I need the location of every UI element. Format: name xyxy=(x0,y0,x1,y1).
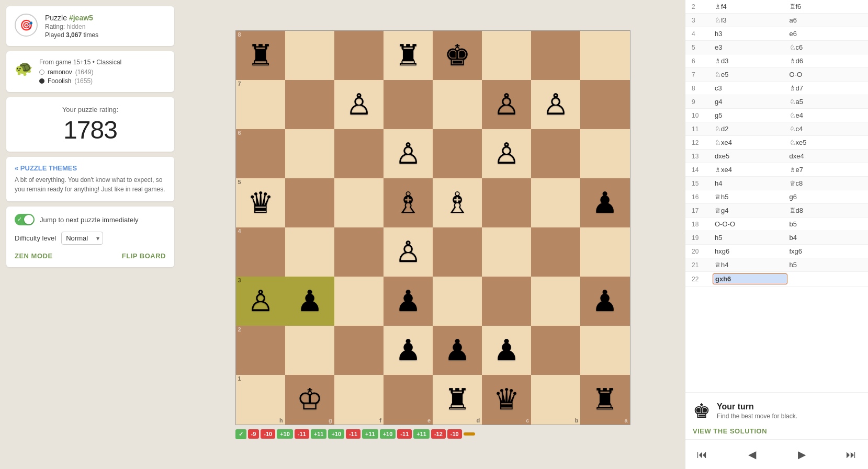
cell-b3[interactable] xyxy=(531,277,580,326)
cell-g6[interactable] xyxy=(285,129,334,178)
cell-e8[interactable]: ♜ xyxy=(384,31,433,80)
cell-c5[interactable] xyxy=(482,178,531,227)
puzzle-id-link[interactable]: #jeaw5 xyxy=(69,14,93,22)
white-move[interactable]: O-O-O xyxy=(713,219,787,229)
cell-g2[interactable] xyxy=(285,326,334,375)
cell-g7[interactable] xyxy=(285,80,334,129)
black-move[interactable]: ♖d8 xyxy=(787,205,862,215)
cell-e6[interactable]: ♙ xyxy=(384,129,433,178)
cell-d4[interactable] xyxy=(433,227,482,277)
cell-a3[interactable]: ♟ xyxy=(580,277,629,326)
black-move[interactable]: fxg6 xyxy=(787,246,862,256)
cell-e2[interactable]: ♟ xyxy=(384,326,433,375)
cell-f7[interactable]: ♙ xyxy=(334,80,384,129)
view-solution-link[interactable]: VIEW THE SOLUTION xyxy=(693,427,861,435)
difficulty-select[interactable]: Easiest Easier Normal Harder Hardest xyxy=(61,232,103,245)
cell-a5[interactable]: ♟ xyxy=(580,178,629,227)
cell-b1[interactable]: b xyxy=(531,375,580,424)
cell-e7[interactable] xyxy=(384,80,433,129)
white-move[interactable]: ♕h4 xyxy=(713,260,787,270)
black-move[interactable]: ♘e4 xyxy=(787,110,862,120)
white-move[interactable]: ♗d3 xyxy=(713,56,787,66)
cell-d7[interactable] xyxy=(433,80,482,129)
cell-e4[interactable]: ♙ xyxy=(384,227,433,277)
white-move[interactable]: dxe5 xyxy=(713,151,787,161)
move-badge-item[interactable]: -10 xyxy=(261,429,275,439)
black-move[interactable]: a6 xyxy=(787,15,862,25)
cell-d5[interactable]: ♗ xyxy=(433,178,482,227)
black-move[interactable]: ♗d7 xyxy=(787,83,862,93)
white-move[interactable]: ♗xe4 xyxy=(713,165,787,175)
white-move[interactable]: ♘xe4 xyxy=(713,138,787,147)
white-move[interactable]: ♘e5 xyxy=(713,70,787,79)
auto-next-toggle[interactable]: ✓ xyxy=(15,214,35,225)
cell-a4[interactable] xyxy=(580,227,629,277)
cell-b5[interactable] xyxy=(531,178,580,227)
cell-f6[interactable] xyxy=(334,129,384,178)
chess-board[interactable]: 8♜♜♚7♙♙♙6♙♙5♛♗♗♟4♙3♙♟♟♟2♟♟♟1hg♔fed♜c♛ba♜ xyxy=(235,30,630,425)
cell-a6[interactable] xyxy=(580,129,629,178)
black-move[interactable]: ♘a5 xyxy=(787,97,862,107)
white-move[interactable]: c3 xyxy=(713,83,787,93)
cell-e3[interactable]: ♟ xyxy=(384,277,433,326)
cell-h2[interactable]: 2 xyxy=(236,326,285,375)
flip-board-button[interactable]: FLIP BOARD xyxy=(122,252,166,260)
black-move[interactable]: dxe4 xyxy=(787,151,862,161)
move-badge-item[interactable]: -11 xyxy=(397,429,412,439)
cell-d8[interactable]: ♚ xyxy=(433,31,482,80)
cell-d2[interactable]: ♟ xyxy=(433,326,482,375)
move-badge-item[interactable]: +10 xyxy=(277,429,293,439)
black-move[interactable]: ♖f6 xyxy=(787,2,862,12)
cell-g4[interactable] xyxy=(285,227,334,277)
move-badge-item[interactable] xyxy=(464,432,475,436)
cell-d3[interactable] xyxy=(433,277,482,326)
black-move[interactable] xyxy=(787,278,862,280)
move-badge-item[interactable]: +11 xyxy=(311,429,327,439)
cell-h3[interactable]: 3♙ xyxy=(236,277,285,326)
cell-f3[interactable] xyxy=(334,277,384,326)
black-move[interactable]: ♗e7 xyxy=(787,165,862,175)
cell-a1[interactable]: a♜ xyxy=(580,375,629,424)
cell-c6[interactable]: ♙ xyxy=(482,129,531,178)
cell-c4[interactable] xyxy=(482,227,531,277)
white-move[interactable]: hxg6 xyxy=(713,246,787,256)
white-move[interactable]: h5 xyxy=(713,233,787,243)
move-badge-item[interactable]: +11 xyxy=(362,429,378,439)
cell-d6[interactable] xyxy=(433,129,482,178)
cell-a7[interactable] xyxy=(580,80,629,129)
move-badge-item[interactable]: +11 xyxy=(413,429,430,439)
white-move[interactable]: ♘d2 xyxy=(713,124,787,134)
cell-h5[interactable]: 5♛ xyxy=(236,178,285,227)
cell-g1[interactable]: g♔ xyxy=(285,375,334,424)
cell-f2[interactable] xyxy=(334,326,384,375)
cell-g8[interactable] xyxy=(285,31,334,80)
cell-f5[interactable] xyxy=(334,178,384,227)
zen-mode-button[interactable]: ZEN MODE xyxy=(15,252,53,260)
move-badge-item[interactable]: -11 xyxy=(346,429,360,439)
cell-h8[interactable]: 8♜ xyxy=(236,31,285,80)
nav-last-button[interactable]: ⏭ xyxy=(842,445,861,464)
white-move[interactable]: e3 xyxy=(713,42,787,52)
cell-b6[interactable] xyxy=(531,129,580,178)
move-badge-item[interactable]: -9 xyxy=(248,429,260,439)
cell-d1[interactable]: d♜ xyxy=(433,375,482,424)
black-move[interactable]: b4 xyxy=(787,233,862,243)
black-move[interactable]: ♕c8 xyxy=(787,178,862,188)
cell-h6[interactable]: 6 xyxy=(236,129,285,178)
cell-g3[interactable]: ♟ xyxy=(285,277,334,326)
cell-c2[interactable]: ♟ xyxy=(482,326,531,375)
black-move[interactable]: ♗d6 xyxy=(787,56,862,66)
white-move[interactable]: ♘f3 xyxy=(713,15,787,25)
black-move[interactable]: ♘c6 xyxy=(787,42,862,52)
cell-f1[interactable]: f xyxy=(334,375,384,424)
cell-h7[interactable]: 7 xyxy=(236,80,285,129)
nav-first-button[interactable]: ⏮ xyxy=(693,445,712,464)
cell-g5[interactable] xyxy=(285,178,334,227)
white-move[interactable]: h3 xyxy=(713,29,787,39)
move-badge-item[interactable]: +10 xyxy=(328,429,344,439)
white-move[interactable]: ♗f4 xyxy=(713,2,787,12)
black-move[interactable]: g6 xyxy=(787,192,862,202)
white-move[interactable]: g4 xyxy=(713,97,787,107)
cell-c7[interactable]: ♙ xyxy=(482,80,531,129)
cell-b2[interactable] xyxy=(531,326,580,375)
